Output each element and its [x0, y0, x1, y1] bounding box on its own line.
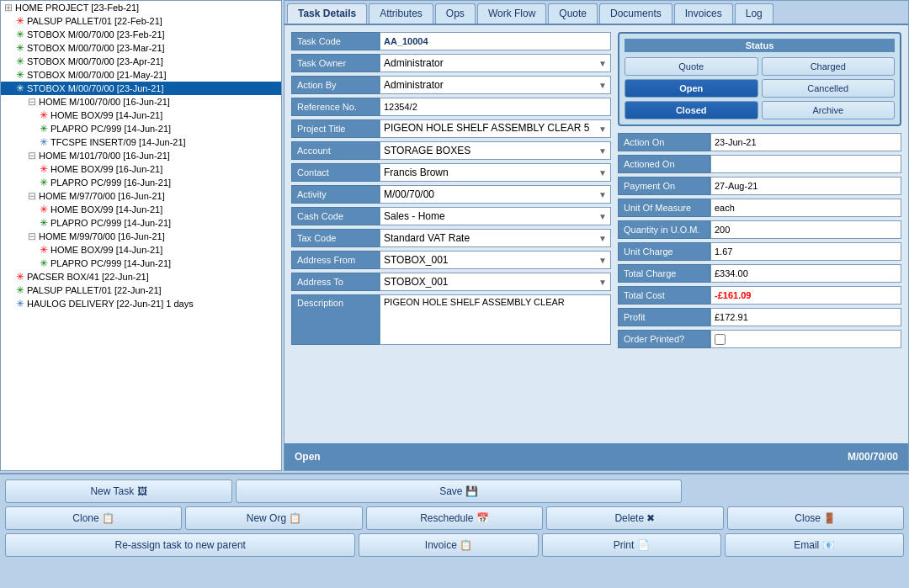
tree-item[interactable]: ✳PLAPRO PC/999 [16-Jun-21]: [1, 176, 281, 189]
address-to-label: Address To: [291, 273, 380, 291]
order-printed-value[interactable]: [710, 330, 901, 348]
address-from-select[interactable]: STOBOX_001 ▼: [380, 251, 611, 269]
actioned-on-label: Actioned On: [618, 155, 710, 173]
save-button[interactable]: Save 💾: [236, 479, 682, 503]
description-input[interactable]: [380, 294, 611, 345]
reschedule-button[interactable]: Reschedule 📅: [366, 506, 543, 530]
tab-attributes[interactable]: Attributes: [369, 3, 433, 24]
new-task-button[interactable]: New Task 🖼: [5, 479, 232, 503]
tree-item[interactable]: ✳TFCSPE INSERT/09 [14-Jun-21]: [1, 135, 281, 149]
tab-quote[interactable]: Quote: [548, 3, 598, 24]
tree-item-label: PALSUP PALLET/01 [22-Feb-21]: [27, 16, 162, 26]
tree-item-label: PACSER BOX/41 [22-Jun-21]: [27, 272, 149, 282]
total-charge-value[interactable]: £334.00: [710, 264, 901, 283]
tree-item[interactable]: ⊟HOME M/97/70/00 [16-Jun-21]: [1, 189, 281, 203]
actioned-on-row: Actioned On: [618, 155, 901, 173]
tax-code-select[interactable]: Standard VAT Rate ▼: [380, 229, 611, 247]
tree-item[interactable]: ⊟HOME M/99/70/00 [16-Jun-21]: [1, 230, 281, 243]
new-org-button[interactable]: New Org 📋: [185, 506, 362, 530]
unit-charge-value[interactable]: 1.67: [710, 242, 901, 261]
activity-select[interactable]: M/00/70/00 ▼: [380, 185, 611, 204]
account-arrow: ▼: [598, 146, 607, 156]
tree-item[interactable]: ✳HOME BOX/99 [14-Jun-21]: [1, 109, 281, 122]
tree-item-label: HAULOG DELIVERY [22-Jun-21] 1 days: [27, 299, 194, 309]
reference-row: Reference No.: [291, 98, 611, 116]
tree-item[interactable]: ✳HOME BOX/99 [14-Jun-21]: [1, 203, 281, 216]
tab-ops[interactable]: Ops: [435, 3, 476, 24]
tree-item-label: PLAPRO PC/999 [14-Jun-21]: [50, 218, 171, 228]
unit-charge-row: Unit Charge 1.67: [618, 242, 901, 261]
tree-item-label: STOBOX M/00/70/00 [21-May-21]: [27, 70, 166, 80]
tree-item[interactable]: ✳HAULOG DELIVERY [22-Jun-21] 1 days: [1, 297, 281, 310]
task-code-input[interactable]: [380, 32, 611, 50]
contact-select[interactable]: Francis Brown ▼: [380, 163, 611, 182]
tree-item[interactable]: ✳PLAPRO PC/999 [14-Jun-21]: [1, 122, 281, 135]
address-to-select[interactable]: STOBOX_001 ▼: [380, 273, 611, 291]
action-on-value[interactable]: 23-Jun-21: [710, 133, 901, 151]
invoice-button[interactable]: Invoice 📋: [359, 533, 538, 557]
payment-on-row: Payment On 27-Aug-21: [618, 177, 901, 195]
reference-input[interactable]: [380, 98, 611, 116]
tab-task-details[interactable]: Task Details: [287, 3, 367, 24]
tree-item-label: HOME BOX/99 [14-Jun-21]: [50, 110, 162, 120]
unit-of-measure-value[interactable]: each: [710, 199, 901, 217]
task-code-row: Task Code: [291, 32, 611, 50]
tab-log[interactable]: Log: [735, 3, 773, 24]
tree-item[interactable]: ✳STOBOX M/00/70/00 [23-Feb-21]: [1, 28, 281, 41]
tree-item[interactable]: ✳PLAPRO PC/999 [14-Jun-21]: [1, 257, 281, 270]
task-owner-select[interactable]: Administrator ▼: [380, 54, 611, 72]
tree-item-label: PLAPRO PC/999 [14-Jun-21]: [50, 124, 171, 134]
account-select[interactable]: STORAGE BOXES ▼: [380, 141, 611, 160]
star-green-icon: ✳: [16, 42, 24, 54]
tab-workflow[interactable]: Work Flow: [477, 3, 546, 24]
profit-value[interactable]: £172.91: [710, 308, 901, 326]
action-by-select[interactable]: Administrator ▼: [380, 76, 611, 94]
tab-invoices[interactable]: Invoices: [674, 3, 733, 24]
tree-item[interactable]: ✳STOBOX M/00/70/00 [21-May-21]: [1, 68, 281, 82]
tab-documents[interactable]: Documents: [599, 3, 672, 24]
tree-item[interactable]: ⊟HOME M/101/70/00 [16-Jun-21]: [1, 149, 281, 162]
tree-item[interactable]: ✳STOBOX M/00/70/00 [23-Mar-21]: [1, 41, 281, 55]
status-quote-btn[interactable]: Quote: [625, 57, 758, 76]
project-title-row: Project Title PIGEON HOLE SHELF ASSEMBLY…: [291, 119, 611, 138]
action-on-label: Action On: [618, 133, 710, 151]
tax-code-label: Tax Code: [291, 229, 380, 247]
payment-on-value[interactable]: 27-Aug-21: [710, 177, 901, 195]
tab-bar: Task Details Attributes Ops Work Flow Qu…: [284, 1, 908, 25]
cash-code-select[interactable]: Sales - Home ▼: [380, 207, 611, 225]
status-archive-btn[interactable]: Archive: [762, 101, 896, 119]
tree-item[interactable]: ✳STOBOX M/00/70/00 [23-Jun-21]: [1, 82, 281, 95]
status-cancelled-btn[interactable]: Cancelled: [762, 79, 896, 98]
total-charge-row: Total Charge £334.00: [618, 264, 901, 283]
tree-item[interactable]: ✳STOBOX M/00/70/00 [23-Apr-21]: [1, 55, 281, 68]
tree-item[interactable]: ✳PALSUP PALLET/01 [22-Jun-21]: [1, 283, 281, 297]
order-printed-checkbox[interactable]: [715, 334, 726, 345]
tree-item[interactable]: ✳HOME BOX/99 [16-Jun-21]: [1, 162, 281, 176]
star-red-icon: ✳: [40, 204, 48, 215]
tree-item[interactable]: ✳PACSER BOX/41 [22-Jun-21]: [1, 270, 281, 283]
tree-panel[interactable]: ⊞HOME PROJECT [23-Feb-21]✳PALSUP PALLET/…: [0, 0, 282, 471]
clone-button[interactable]: Clone 📋: [5, 506, 182, 530]
tree-item[interactable]: ⊟HOME M/100/70/00 [16-Jun-21]: [1, 95, 281, 109]
status-charged-btn[interactable]: Charged: [762, 57, 896, 76]
tree-item[interactable]: ✳PALSUP PALLET/01 [22-Feb-21]: [1, 14, 281, 28]
status-closed-btn[interactable]: Closed: [625, 101, 758, 119]
email-button[interactable]: Email 📧: [725, 533, 904, 557]
project-title-select[interactable]: PIGEON HOLE SHELF ASSEMBLY CLEAR 5 ▼: [380, 119, 611, 138]
delete-button[interactable]: Delete ✖: [546, 506, 723, 530]
account-label: Account: [291, 141, 380, 160]
tree-item[interactable]: ✳PLAPRO PC/999 [14-Jun-21]: [1, 216, 281, 230]
actioned-on-value[interactable]: [710, 155, 901, 173]
close-button[interactable]: Close 🚪: [727, 506, 904, 530]
tree-item[interactable]: ⊞HOME PROJECT [23-Feb-21]: [1, 1, 281, 14]
print-button[interactable]: Print 📄: [542, 533, 721, 557]
cash-code-arrow: ▼: [598, 212, 607, 221]
account-row: Account STORAGE BOXES ▼: [291, 141, 611, 160]
reassign-button[interactable]: Re-assign task to new parent: [5, 533, 355, 557]
quantity-value[interactable]: 200: [710, 220, 901, 239]
tree-item[interactable]: ✳HOME BOX/99 [14-Jun-21]: [1, 243, 281, 257]
status-open-btn[interactable]: Open: [625, 79, 758, 98]
star-red-icon: ✳: [16, 15, 24, 27]
total-cost-value[interactable]: -£161.09: [710, 286, 901, 305]
tree-item-label: HOME M/97/70/00 [16-Jun-21]: [39, 191, 165, 201]
